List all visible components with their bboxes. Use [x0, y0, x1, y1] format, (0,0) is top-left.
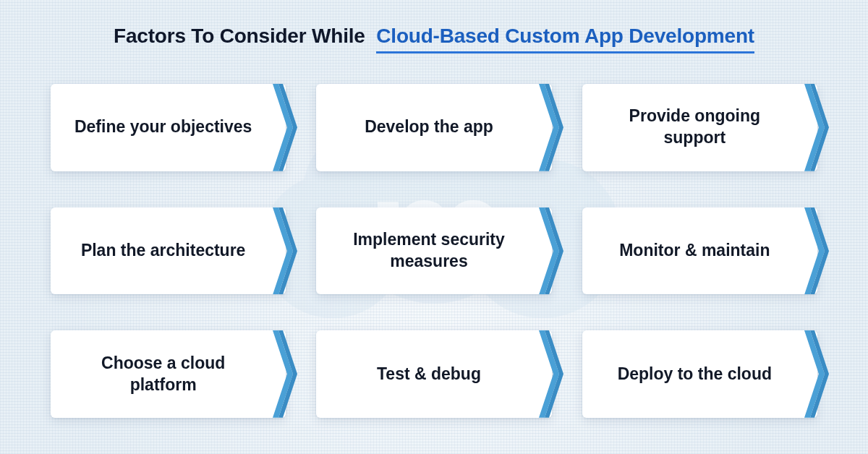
- card-develop-app: Develop the app: [316, 84, 551, 171]
- card-label: Deploy to the cloud: [618, 364, 772, 385]
- page-title: Factors To Consider While Cloud-Based Cu…: [43, 25, 825, 48]
- arrow-icon: [539, 84, 568, 171]
- svg-marker-6: [273, 207, 293, 295]
- svg-marker-10: [804, 207, 825, 295]
- diagram-container: Factors To Consider While Cloud-Based Cu…: [0, 0, 868, 454]
- svg-marker-5: [810, 84, 829, 171]
- svg-marker-12: [273, 330, 293, 418]
- card-define-objectives: Define your objectives: [51, 84, 286, 171]
- arrow-icon: [273, 330, 302, 418]
- svg-marker-14: [539, 330, 559, 418]
- arrow-icon: [804, 84, 833, 171]
- svg-marker-13: [278, 330, 297, 418]
- card-choose-platform: Choose a cloud platform: [51, 330, 286, 418]
- svg-marker-16: [804, 330, 825, 418]
- card-test-debug: Test & debug: [316, 330, 551, 418]
- card-label: Monitor & maintain: [619, 240, 770, 262]
- arrow-icon: [539, 330, 568, 418]
- svg-marker-11: [810, 207, 829, 295]
- card-label: Provide ongoing support: [598, 106, 791, 149]
- arrow-icon: [804, 330, 833, 418]
- card-monitor-maintain: Monitor & maintain: [582, 207, 817, 295]
- card-label: Test & debug: [377, 364, 481, 385]
- card-deploy-cloud: Deploy to the cloud: [582, 330, 817, 418]
- arrow-icon: [539, 207, 568, 295]
- svg-marker-15: [545, 330, 563, 418]
- card-ongoing-support: Provide ongoing support: [582, 84, 817, 171]
- svg-marker-9: [545, 207, 563, 295]
- card-security-measures: Implement security measures: [316, 207, 551, 295]
- card-plan-architecture: Plan the architecture: [51, 207, 286, 295]
- svg-marker-4: [804, 84, 825, 171]
- svg-marker-8: [539, 207, 559, 295]
- card-label: Plan the architecture: [81, 240, 246, 262]
- svg-marker-2: [539, 84, 559, 171]
- svg-marker-17: [810, 330, 829, 418]
- svg-marker-0: [273, 84, 293, 171]
- card-label: Define your objectives: [75, 116, 252, 138]
- card-label: Develop the app: [365, 116, 493, 138]
- arrow-icon: [804, 207, 833, 295]
- card-label: Implement security measures: [332, 229, 525, 273]
- title-prefix: Factors To Consider While: [114, 25, 365, 47]
- card-label: Choose a cloud platform: [67, 353, 260, 396]
- arrow-icon: [273, 84, 302, 171]
- svg-marker-3: [545, 84, 563, 171]
- title-highlight: Cloud-Based Custom App Development: [376, 25, 754, 53]
- svg-marker-7: [278, 207, 297, 295]
- svg-marker-1: [278, 84, 297, 171]
- factors-grid: Define your objectives Develop the app P…: [43, 84, 825, 425]
- arrow-icon: [273, 207, 302, 295]
